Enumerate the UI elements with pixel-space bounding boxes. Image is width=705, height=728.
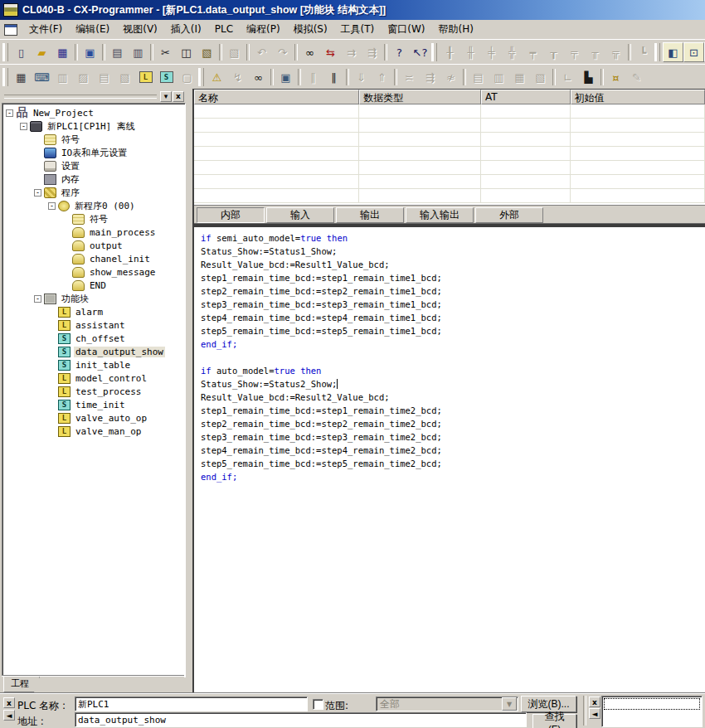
- work-online-icon[interactable]: ⌨: [32, 67, 52, 87]
- col-at[interactable]: AT: [481, 90, 571, 104]
- new-st-fb-icon[interactable]: S: [156, 67, 177, 87]
- table-row[interactable]: [194, 175, 705, 189]
- tree-item-model-control[interactable]: Lmodel_control: [2, 371, 185, 385]
- monitor-fault-icon[interactable]: ▣: [275, 67, 296, 87]
- toolbar-grip[interactable]: [198, 68, 204, 86]
- scope-combobox[interactable]: 全部 ▼: [376, 696, 518, 711]
- print-preview-icon[interactable]: ▥: [128, 42, 148, 62]
- tab-inputs[interactable]: 输入: [266, 207, 334, 223]
- expander-icon[interactable]: -: [20, 123, 27, 130]
- menu-insert[interactable]: 插入(I): [164, 21, 208, 37]
- menu-tools[interactable]: 工具(T): [334, 21, 382, 37]
- password-protect-icon[interactable]: ¤: [605, 67, 626, 87]
- col-initial-value[interactable]: 初始值: [571, 90, 705, 104]
- pane-options-icon[interactable]: ▾: [160, 91, 172, 102]
- tree-item-test-process[interactable]: Ltest_process: [2, 385, 185, 398]
- tree-item-time-init[interactable]: Stime_init: [2, 398, 185, 411]
- tree-item-memory[interactable]: 内存: [2, 172, 185, 186]
- tree-item-alarm[interactable]: Lalarm: [2, 305, 185, 318]
- pane-grip[interactable]: [4, 95, 157, 99]
- tree-item-io-table[interactable]: IO表和单元设置: [2, 146, 185, 159]
- open-project-icon[interactable]: ▰: [32, 42, 52, 62]
- paste-icon[interactable]: ▧: [197, 42, 217, 62]
- find-replace-icon[interactable]: ⇆: [320, 42, 341, 62]
- tree-item-program-symbols[interactable]: 符号: [2, 212, 185, 226]
- watch-window[interactable]: [601, 696, 703, 727]
- save-project-icon[interactable]: ▦: [52, 42, 73, 62]
- new-file-icon[interactable]: ▯: [11, 42, 32, 62]
- tree-item-data-output-show[interactable]: Sdata_output_show: [2, 345, 185, 358]
- output-window-toggle-icon[interactable]: ⊡: [683, 42, 704, 62]
- tree-item-ch-offset[interactable]: Sch_offset: [2, 332, 185, 345]
- table-row[interactable]: [194, 189, 705, 203]
- pause-icon[interactable]: ‖: [323, 67, 344, 87]
- toolbar-grip[interactable]: [431, 43, 437, 61]
- expander-icon[interactable]: -: [6, 109, 13, 117]
- toggle-symbol-table-icon[interactable]: ▦: [11, 67, 32, 87]
- table-row[interactable]: [194, 133, 705, 147]
- watch-close-icon[interactable]: x: [589, 696, 600, 707]
- variable-table[interactable]: [194, 104, 705, 205]
- tree-item-plc1[interactable]: -新PLC1[CP1H] 离线: [2, 119, 185, 133]
- table-row[interactable]: [194, 104, 705, 119]
- expander-icon[interactable]: -: [48, 202, 56, 210]
- address-input[interactable]: [75, 712, 527, 727]
- menu-simulation[interactable]: 模拟(S): [287, 21, 334, 37]
- pane-close-icon[interactable]: x: [173, 91, 184, 102]
- tab-internal[interactable]: 内部: [197, 207, 265, 223]
- find-button[interactable]: 查找(F): [532, 714, 576, 728]
- tree-item-assistant[interactable]: Lassistant: [2, 318, 185, 332]
- menu-plc[interactable]: PLC: [208, 21, 240, 37]
- tree-item-end[interactable]: END: [2, 279, 185, 292]
- tree-item-valve-auto-op[interactable]: Lvalve_auto_op: [2, 411, 185, 425]
- print-icon[interactable]: ▤: [107, 42, 128, 62]
- workspace-tab-project[interactable]: 工程: [3, 677, 40, 692]
- tree-item-new-program-0[interactable]: -新程序0 (00): [2, 199, 185, 212]
- tree-item-init-table[interactable]: Sinit_table: [2, 358, 185, 371]
- tree-item-new-project[interactable]: -品New_Project: [2, 106, 185, 119]
- dock-close-icon[interactable]: x: [3, 697, 15, 708]
- tree-item-valve-man-op[interactable]: Lvalve_man_op: [2, 425, 185, 438]
- find-fault-icon[interactable]: ∞: [248, 67, 269, 87]
- watch-collapse-icon[interactable]: ◄: [589, 708, 600, 719]
- tree-item-main-process[interactable]: main_process: [2, 226, 185, 239]
- project-workspace-toggle-icon[interactable]: ◧: [663, 42, 683, 62]
- tree-item-chanel-init[interactable]: chanel_init: [2, 252, 185, 265]
- help-icon[interactable]: ?: [389, 42, 410, 62]
- tab-in-outs[interactable]: 输入输出: [406, 207, 474, 223]
- tree-item-output[interactable]: output: [2, 239, 185, 252]
- context-help-icon[interactable]: ↖?: [410, 42, 430, 62]
- combo-arrow-icon[interactable]: ▼: [502, 697, 517, 711]
- menu-program[interactable]: 编程(P): [240, 21, 287, 37]
- table-row[interactable]: [194, 161, 705, 175]
- dock-collapse-icon[interactable]: ◄: [3, 710, 15, 721]
- tree-item-programs[interactable]: -程序: [2, 186, 185, 199]
- col-name[interactable]: 名称: [194, 90, 359, 104]
- expander-icon[interactable]: -: [34, 295, 41, 303]
- tab-outputs[interactable]: 输出: [336, 207, 404, 223]
- find-icon[interactable]: ∞: [299, 42, 320, 62]
- menu-file[interactable]: 文件(F): [22, 21, 69, 37]
- compile-check-icon[interactable]: ▣: [80, 42, 100, 62]
- toolbar-grip[interactable]: [2, 68, 8, 86]
- cut-icon[interactable]: ✂: [155, 42, 176, 62]
- col-data-type[interactable]: 数据类型: [359, 90, 481, 104]
- tree-item-function-blocks[interactable]: -功能块: [2, 292, 185, 305]
- toolbar-grip[interactable]: [2, 43, 8, 61]
- toolbar-grip[interactable]: [654, 43, 660, 61]
- menu-window[interactable]: 窗口(W): [381, 21, 431, 37]
- program-check-icon[interactable]: ⚠: [207, 67, 227, 87]
- tree-item-symbols[interactable]: 符号: [2, 133, 185, 146]
- plc-name-input[interactable]: [75, 696, 308, 711]
- tab-externals[interactable]: 外部: [475, 207, 543, 223]
- mdi-child-icon[interactable]: [4, 24, 17, 36]
- menu-help[interactable]: 帮助(H): [432, 21, 480, 37]
- menu-view[interactable]: 视图(V): [116, 21, 164, 37]
- tree-item-settings[interactable]: 设置: [2, 159, 185, 172]
- new-ladder-fb-icon[interactable]: L: [135, 67, 156, 87]
- copy-icon[interactable]: ◫: [176, 42, 197, 62]
- tree-item-show-message[interactable]: show_message: [2, 265, 185, 279]
- st-editor[interactable]: if semi_auto_model=true thenStatus_Show:…: [194, 227, 705, 693]
- table-row[interactable]: [194, 147, 705, 161]
- table-row[interactable]: [194, 119, 705, 133]
